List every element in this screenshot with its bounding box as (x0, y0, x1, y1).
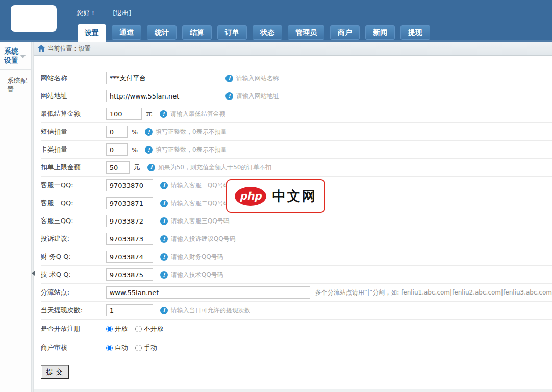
info-icon: ! (145, 146, 153, 154)
php-logo-icon: php (235, 187, 266, 206)
field-hint: !请输入财务QQ号码 (160, 253, 223, 261)
field-label: 客服三QQ: (41, 216, 106, 226)
field-hint: !请输入客服二QQ号码 (160, 199, 230, 208)
form-row-registration-open: 是否开放注册 开放 不开放 (41, 320, 552, 338)
daily-withdrawals-input[interactable] (106, 304, 153, 316)
sidebar-section-title: 系统设置 (4, 47, 20, 65)
breadcrumb-text: 当前位置：设置 (48, 44, 91, 53)
field-label: 是否开放注册 (41, 324, 106, 333)
field-hint: !请输入最低结算金额 (160, 110, 225, 118)
field-label: 商户审核 (41, 343, 106, 352)
info-icon: ! (147, 164, 155, 172)
site-logo (11, 5, 57, 32)
field-hint: !请输入当日可允许的提现次数 (160, 306, 250, 315)
sidebar: 系统设置 系统配置 (0, 42, 31, 392)
service-qq2-input[interactable] (106, 197, 153, 209)
form-row-sms-deduct: 短信扣量 % !填写正整数，0表示不扣量 (41, 123, 552, 141)
form-row-card-deduct: 卡类扣量 % !填写正整数，0表示不扣量 (41, 141, 552, 159)
field-hint: !请输入客服三QQ号码 (160, 217, 230, 226)
info-icon: ! (160, 307, 168, 314)
info-icon: ! (160, 271, 168, 279)
registration-open-option[interactable]: 开放 (106, 324, 128, 333)
unit-suffix: 元 (146, 109, 153, 118)
card-deduct-input[interactable] (106, 143, 128, 156)
field-label: 财 务Q Q: (41, 252, 106, 261)
field-label: 短信扣量 (41, 127, 106, 136)
diversion-sites-input[interactable] (106, 286, 310, 299)
tab-withdrawals[interactable]: 提现 (400, 25, 430, 40)
field-hint: !请输入网站地址 (225, 92, 279, 101)
complaint-qq-input[interactable] (106, 233, 153, 245)
form-row-daily-withdrawals: 当天提现次数: !请输入当日可允许的提现次数 (41, 302, 552, 320)
form-row-tech-qq: 技 术Q Q: !请输入技术QQ号码 (41, 266, 552, 284)
sidebar-section-system-settings[interactable]: 系统设置 (0, 42, 31, 70)
form-row-merchant-review: 商户审核 自动 手动 (41, 338, 552, 357)
field-hint: !填写正整数，0表示不扣量 (145, 128, 227, 136)
info-icon: ! (225, 75, 233, 82)
tech-qq-input[interactable] (106, 268, 153, 281)
form-row-site-name: 网站名称 !请输入网站名称 (41, 69, 552, 87)
sidebar-item-system-config[interactable]: 系统配置 (0, 70, 31, 97)
field-label: 投诉建议: (41, 234, 106, 243)
min-settlement-input[interactable] (106, 108, 142, 120)
review-auto-radio[interactable] (106, 345, 113, 351)
review-manual-radio[interactable] (135, 345, 142, 351)
greeting-text: 您好！ (77, 9, 96, 17)
review-auto-option[interactable]: 自动 (106, 343, 128, 352)
form-row-min-settlement: 最低结算金额 元 !请输入最低结算金额 (41, 105, 552, 123)
tab-statistics[interactable]: 统计 (147, 25, 177, 40)
main-content: 当前位置：设置 网站名称 !请输入网站名称 网站地址 !请输入网站地址 最低结算… (34, 42, 552, 392)
field-hint: !请输入网站名称 (225, 74, 279, 83)
info-icon: ! (225, 92, 233, 100)
submit-row: 提 交 (41, 365, 552, 379)
deduct-cap-input[interactable] (106, 161, 130, 174)
unit-suffix: 元 (134, 163, 140, 172)
tab-channels[interactable]: 通道 (112, 25, 141, 40)
info-icon: ! (160, 235, 168, 243)
service-qq3-input[interactable] (106, 215, 153, 227)
finance-qq-input[interactable] (106, 251, 153, 263)
form-row-finance-qq: 财 务Q Q: !请输入财务QQ号码 (41, 248, 552, 266)
tab-news[interactable]: 新闻 (365, 25, 395, 40)
registration-open-radio[interactable] (106, 326, 113, 332)
sms-deduct-input[interactable] (106, 126, 128, 138)
form-row-deduct-cap: 扣单上限金额 元 !如果为50，则充值金额大于50的订单不扣 (41, 159, 552, 177)
settings-form: 网站名称 !请输入网站名称 网站地址 !请输入网站地址 最低结算金额 元 !请输… (34, 58, 552, 379)
info-icon: ! (160, 217, 168, 225)
field-label: 卡类扣量 (41, 145, 106, 154)
service-qq1-input[interactable] (106, 179, 153, 191)
info-icon: ! (145, 128, 153, 136)
field-hint: !请输入客服一QQ号码 (160, 181, 230, 190)
registration-closed-radio[interactable] (135, 326, 142, 332)
field-hint: !如果为50，则充值金额大于50的订单不扣 (147, 163, 272, 172)
info-icon: ! (160, 182, 168, 189)
site-name-input[interactable] (106, 72, 218, 84)
tab-admins[interactable]: 管理员 (288, 25, 324, 40)
field-label: 网站地址 (41, 91, 106, 101)
site-url-input[interactable] (106, 90, 218, 102)
info-icon: ! (160, 200, 168, 207)
field-label: 扣单上限金额 (41, 163, 106, 172)
logout-link[interactable]: [退出] (113, 9, 131, 17)
submit-button[interactable]: 提 交 (41, 365, 69, 379)
review-manual-option[interactable]: 手动 (135, 343, 157, 352)
tab-status[interactable]: 状态 (253, 25, 282, 40)
footer-strip (34, 389, 552, 392)
unit-suffix: % (132, 128, 138, 136)
field-label: 分流站点: (41, 288, 106, 297)
registration-closed-option[interactable]: 不开放 (135, 324, 164, 333)
chevron-down-icon (20, 55, 26, 58)
field-label: 最低结算金额 (41, 109, 106, 118)
tab-settlement[interactable]: 结算 (182, 25, 212, 40)
tab-merchants[interactable]: 商户 (330, 25, 360, 40)
field-label: 技 术Q Q: (41, 270, 106, 279)
php-cn-watermark-logo: php 中文网 (226, 179, 325, 213)
watermark-brand-name: 中文网 (272, 187, 317, 205)
tab-orders[interactable]: 订单 (217, 25, 247, 40)
field-label: 网站名称 (41, 74, 106, 83)
field-hint: !填写正整数，0表示不扣量 (145, 145, 227, 154)
form-row-site-url: 网站地址 !请输入网站地址 (41, 87, 552, 105)
main-nav-tabs: 设置 通道 统计 结算 订单 状态 管理员 商户 新闻 提现 (78, 24, 436, 42)
top-header: 您好！ [退出] 设置 通道 统计 结算 订单 状态 管理员 商户 新闻 提现 (0, 0, 552, 42)
tab-settings[interactable]: 设置 (78, 24, 106, 42)
